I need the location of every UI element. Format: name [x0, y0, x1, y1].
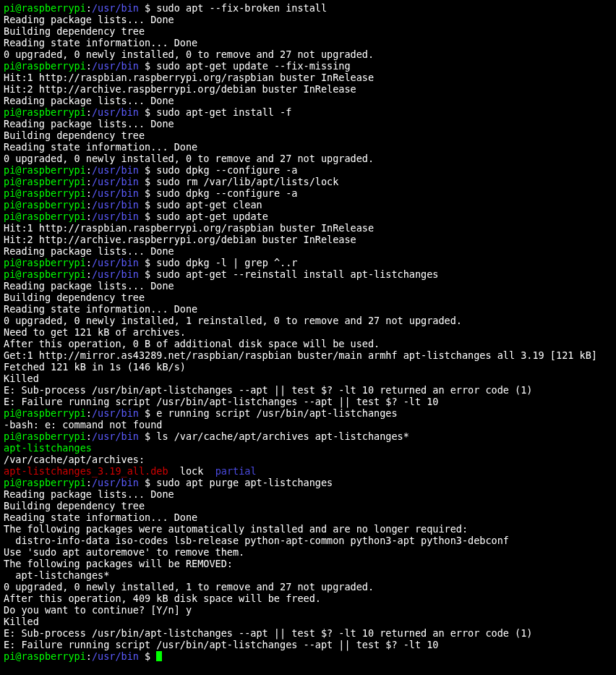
prompt: pi@raspberrypi:/usr/bin $ — [4, 164, 156, 176]
prompt: pi@raspberrypi:/usr/bin $ — [4, 187, 156, 199]
terminal-line: E: Failure running script /usr/bin/apt-l… — [4, 396, 612, 407]
output-text: E: Sub-process /usr/bin/apt-listchanges … — [4, 627, 533, 639]
terminal-line: pi@raspberrypi:/usr/bin $ ls /var/cache/… — [4, 430, 612, 442]
output-text: 0 upgraded, 0 newly installed, 0 to remo… — [4, 48, 374, 60]
terminal-line: pi@raspberrypi:/usr/bin $ sudo dpkg --co… — [4, 187, 612, 199]
output-text: Need to get 121 kB of archives. — [4, 326, 186, 338]
output-text: 0 upgraded, 0 newly installed, 1 to remo… — [4, 581, 374, 593]
terminal-line: pi@raspberrypi:/usr/bin $ sudo apt-get u… — [4, 60, 612, 72]
terminal-line: Reading package lists... Done — [4, 488, 612, 500]
output-text: Reading package lists... Done — [4, 488, 174, 500]
output-text: Hit:2 http://archive.raspberrypi.org/deb… — [4, 83, 356, 95]
terminal-line: Killed — [4, 373, 612, 384]
terminal-line: Reading package lists... Done — [4, 14, 612, 25]
output-text: distro-info-data iso-codes lsb-release p… — [4, 535, 509, 546]
output-text: After this operation, 0 B of additional … — [4, 338, 380, 349]
output-text: Fetched 121 kB in 1s (146 kB/s) — [4, 361, 186, 373]
ls-dir-partial: partial — [215, 465, 257, 477]
output-text: Building dependency tree — [4, 130, 145, 141]
terminal-line: Building dependency tree — [4, 292, 612, 303]
output-text: Do you want to continue? [Y/n] y — [4, 604, 192, 616]
ls-file-lock: lock — [180, 465, 204, 477]
output-text: Reading package lists... Done — [4, 14, 174, 25]
prompt: pi@raspberrypi:/usr/bin $ — [4, 407, 156, 419]
terminal[interactable]: pi@raspberrypi:/usr/bin $ sudo apt --fix… — [0, 0, 616, 675]
output-text: apt-listchanges — [4, 442, 92, 454]
prompt: pi@raspberrypi:/usr/bin $ — [4, 477, 156, 488]
terminal-line: Killed — [4, 616, 612, 627]
prompt: pi@raspberrypi:/usr/bin $ — [4, 199, 156, 211]
terminal-line: Hit:2 http://archive.raspberrypi.org/deb… — [4, 234, 612, 245]
terminal-line: pi@raspberrypi:/usr/bin $ sudo apt-get c… — [4, 199, 612, 211]
terminal-line: pi@raspberrypi:/usr/bin $ e running scri… — [4, 407, 612, 419]
output-text: The following packages will be REMOVED: — [4, 558, 233, 569]
terminal-line: 0 upgraded, 0 newly installed, 1 to remo… — [4, 581, 612, 593]
output-text: -bash: e: command not found — [4, 419, 162, 430]
terminal-line: Fetched 121 kB in 1s (146 kB/s) — [4, 361, 612, 373]
terminal-line: pi@raspberrypi:/usr/bin $ sudo apt --fix… — [4, 2, 612, 14]
terminal-line: After this operation, 409 kB disk space … — [4, 593, 612, 604]
output-text: Get:1 http://mirror.as43289.net/raspbian… — [4, 349, 597, 361]
terminal-line: pi@raspberrypi:/usr/bin $ sudo apt purge… — [4, 477, 612, 488]
prompt: pi@raspberrypi:/usr/bin $ — [4, 106, 156, 118]
terminal-line: pi@raspberrypi:/usr/bin $ — [4, 650, 612, 662]
output-text: Reading state information... Done — [4, 141, 197, 153]
command-text: sudo apt purge apt-listchanges — [156, 477, 333, 488]
output-text: E: Failure running script /usr/bin/apt-l… — [4, 396, 438, 407]
terminal-line: E: Sub-process /usr/bin/apt-listchanges … — [4, 384, 612, 396]
terminal-line: apt-listchanges — [4, 442, 612, 454]
terminal-line: Reading package lists... Done — [4, 245, 612, 257]
terminal-line: Reading package lists... Done — [4, 118, 612, 130]
output-text: E: Sub-process /usr/bin/apt-listchanges … — [4, 384, 533, 396]
output-text: Building dependency tree — [4, 292, 145, 303]
output-text: Hit:1 http://raspbian.raspberrypi.org/ra… — [4, 222, 374, 234]
terminal-line: 0 upgraded, 0 newly installed, 1 reinsta… — [4, 315, 612, 326]
terminal-line: apt-listchanges_3.19_all.deb lock partia… — [4, 465, 612, 477]
terminal-line: Hit:2 http://archive.raspberrypi.org/deb… — [4, 83, 612, 95]
command-text: sudo apt-get clean — [156, 199, 262, 211]
command-text: e running script /usr/bin/apt-listchange… — [156, 407, 397, 419]
prompt: pi@raspberrypi:/usr/bin $ — [4, 176, 156, 187]
terminal-line: Hit:1 http://raspbian.raspberrypi.org/ra… — [4, 222, 612, 234]
output-text: Reading state information... Done — [4, 511, 197, 523]
terminal-line: E: Sub-process /usr/bin/apt-listchanges … — [4, 627, 612, 639]
output-text: Hit:2 http://archive.raspberrypi.org/deb… — [4, 234, 356, 245]
terminal-line: Building dependency tree — [4, 25, 612, 37]
terminal-line: Do you want to continue? [Y/n] y — [4, 604, 612, 616]
command-text: sudo apt-get install -f — [156, 106, 291, 118]
command-text: sudo apt-get update --fix-missing — [156, 60, 350, 72]
command-text: sudo apt --fix-broken install — [156, 2, 327, 14]
terminal-line: Building dependency tree — [4, 500, 612, 511]
terminal-line: E: Failure running script /usr/bin/apt-l… — [4, 639, 612, 650]
output-text: Reading package lists... Done — [4, 280, 174, 292]
output-text: Reading package lists... Done — [4, 245, 174, 257]
prompt: pi@raspberrypi:/usr/bin $ — [4, 211, 156, 222]
terminal-line: pi@raspberrypi:/usr/bin $ sudo apt-get -… — [4, 268, 612, 280]
output-text: Use 'sudo apt autoremove' to remove them… — [4, 546, 244, 558]
ls-file-deb: apt-listchanges_3.19_all.deb — [4, 465, 168, 477]
prompt: pi@raspberrypi:/usr/bin $ — [4, 257, 156, 268]
command-text: ls /var/cache/apt/archives apt-listchang… — [156, 430, 409, 442]
output-text: apt-listchanges* — [4, 569, 109, 581]
output-text: Reading state information... Done — [4, 37, 197, 48]
terminal-line: pi@raspberrypi:/usr/bin $ sudo apt-get u… — [4, 211, 612, 222]
terminal-line: pi@raspberrypi:/usr/bin $ sudo rm /var/l… — [4, 176, 612, 187]
terminal-line: pi@raspberrypi:/usr/bin $ sudo apt-get i… — [4, 106, 612, 118]
terminal-line: Reading state information... Done — [4, 37, 612, 48]
terminal-line: Reading package lists... Done — [4, 280, 612, 292]
output-text: Reading package lists... Done — [4, 95, 174, 106]
prompt: pi@raspberrypi:/usr/bin $ — [4, 268, 156, 280]
output-text: 0 upgraded, 0 newly installed, 1 reinsta… — [4, 315, 462, 326]
terminal-line: distro-info-data iso-codes lsb-release p… — [4, 535, 612, 546]
cursor — [156, 651, 162, 661]
terminal-line: Hit:1 http://raspbian.raspberrypi.org/ra… — [4, 72, 612, 83]
command-text: sudo dpkg --configure -a — [156, 164, 297, 176]
terminal-line: Use 'sudo apt autoremove' to remove them… — [4, 546, 612, 558]
output-text: Reading state information... Done — [4, 303, 197, 315]
prompt: pi@raspberrypi:/usr/bin $ — [4, 430, 156, 442]
terminal-line: apt-listchanges* — [4, 569, 612, 581]
output-text: 0 upgraded, 0 newly installed, 0 to remo… — [4, 153, 374, 164]
terminal-line: The following packages will be REMOVED: — [4, 558, 612, 569]
prompt: pi@raspberrypi:/usr/bin $ — [4, 650, 156, 662]
terminal-line: 0 upgraded, 0 newly installed, 0 to remo… — [4, 153, 612, 164]
